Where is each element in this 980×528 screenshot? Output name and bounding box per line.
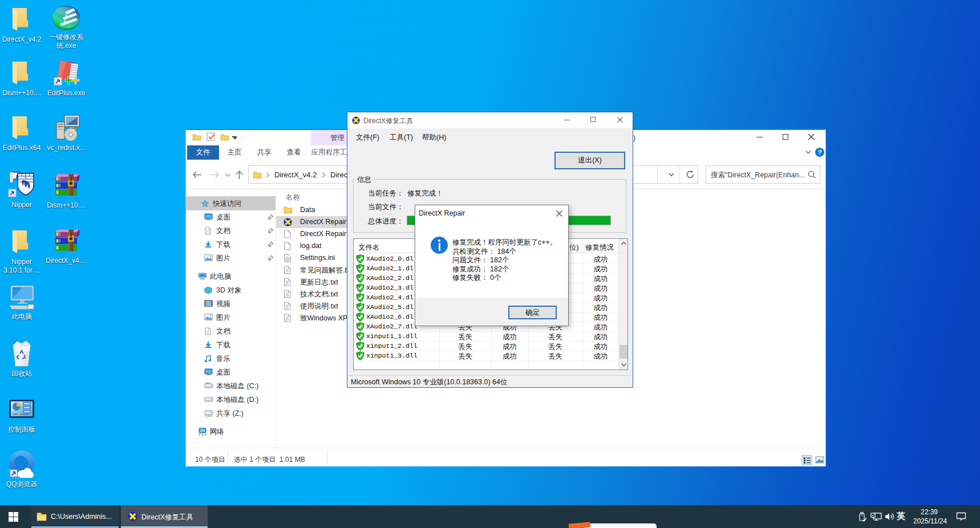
svg-text:+: + <box>71 72 79 87</box>
